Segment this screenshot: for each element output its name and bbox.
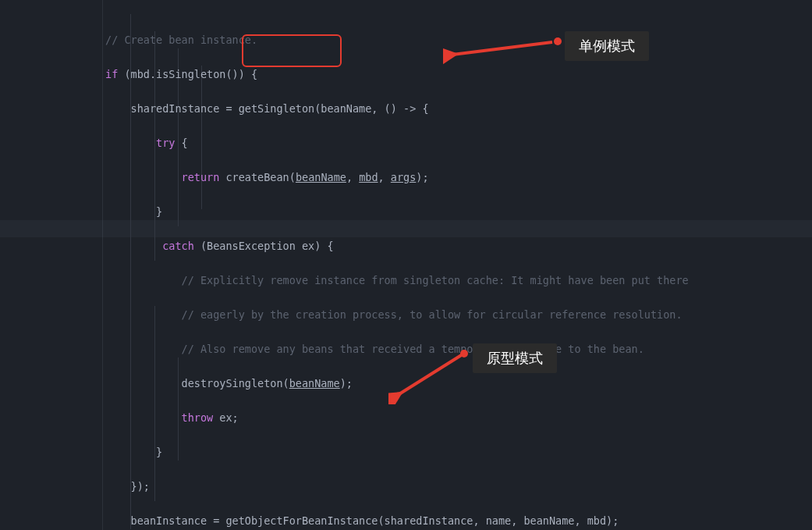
code-line: }	[105, 203, 689, 220]
annotation-dot	[554, 37, 562, 45]
annotation-label-prototype: 原型模式	[473, 343, 557, 373]
annotation-dot	[460, 350, 468, 357]
code-line: destroySingleton(beanName);	[105, 375, 689, 392]
code-line: sharedInstance = getSingleton(beanName, …	[105, 100, 689, 117]
code-line: // Explicitly remove instance from singl…	[105, 272, 689, 289]
code-line: beanInstance = getObjectForBeanInstance(…	[105, 512, 689, 529]
code-line: try {	[105, 134, 689, 151]
code-line: return createBean(beanName, mbd, args);	[105, 169, 689, 186]
code-line: });	[105, 478, 689, 495]
code-line: }	[105, 443, 689, 461]
code-line: if (mbd.isSingleton()) {	[105, 66, 689, 83]
code-line: // eagerly by the creation process, to a…	[105, 306, 689, 323]
line-number-gutter	[0, 0, 103, 530]
code-line: throw ex;	[105, 409, 689, 426]
annotation-label-singleton: 单例模式	[565, 31, 649, 61]
code-block: // Create bean instance. if (mbd.isSingl…	[105, 14, 689, 530]
code-line: catch (BeansException ex) {	[105, 237, 689, 254]
code-line: // Also remove any beans that received a…	[105, 340, 689, 357]
